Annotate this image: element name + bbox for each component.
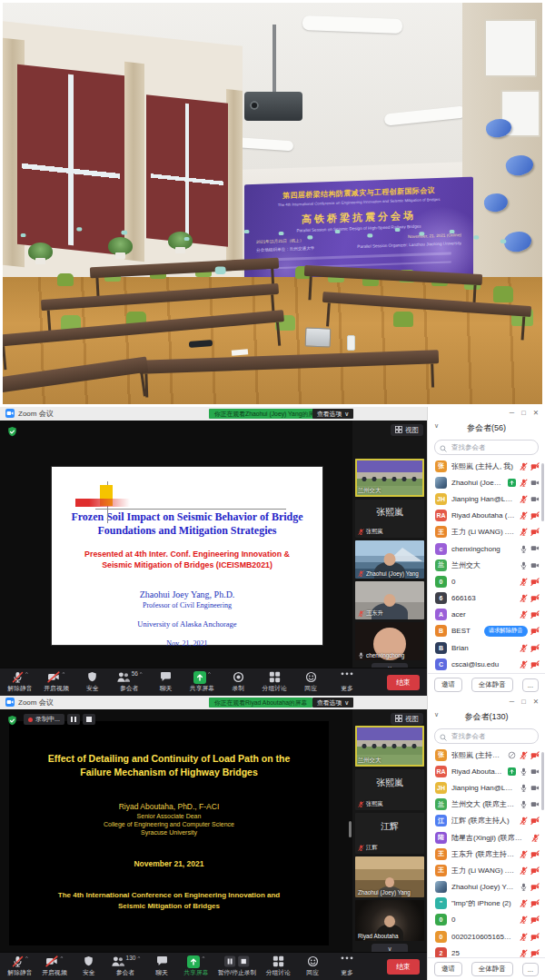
participant-row[interactable]: 王王力 (Li WANG) ...(联席主持人) <box>428 524 545 540</box>
video-tile[interactable]: 江辉江辉 <box>355 813 424 854</box>
participant-row[interactable]: RARiyad Aboutaha (联席主持人) <box>428 508 545 524</box>
close-button[interactable]: ✕ <box>533 409 539 421</box>
participant-row[interactable]: Aacer <box>428 607 545 623</box>
recording-dot-icon <box>28 718 33 722</box>
toolbar-label: 回应 <box>304 684 317 693</box>
participant-row[interactable]: 00 <box>428 912 545 928</box>
mute-all-button[interactable]: 全体静音 <box>471 962 513 976</box>
toolbar-mic-muted[interactable]: ^解除静音 <box>7 671 33 693</box>
camera-icon <box>530 800 540 808</box>
stop-recording-button[interactable] <box>83 714 95 725</box>
toolbar-chat[interactable]: 聊天 <box>154 671 179 693</box>
search-input[interactable] <box>450 442 533 452</box>
pause-recording-button[interactable] <box>67 714 80 725</box>
toolbar-participants[interactable]: 130^参会者 <box>111 955 141 977</box>
maximize-button[interactable]: □ <box>521 698 526 709</box>
screen-share-badge-icon <box>508 767 516 776</box>
invite-button[interactable]: 邀请 <box>434 678 462 692</box>
toolbar-video-muted[interactable]: ^开启视频 <box>44 671 69 693</box>
participant-row[interactable]: RARiyad Aboutaha (联席主持人) <box>428 763 545 779</box>
toolbar-more[interactable]: 更多 <box>334 955 360 977</box>
participant-row[interactable]: ""lmp"的 iPhone (2) <box>428 896 545 912</box>
collapse-panel-button[interactable]: ∨ <box>434 711 439 718</box>
view-button[interactable]: 视图 <box>391 424 423 436</box>
participant-row[interactable]: JHJianping Han@Lan... (联席主持人) <box>428 779 545 796</box>
participant-row[interactable]: 兰兰州交大 (联席主持人) <box>428 797 545 813</box>
toolbar-share-screen[interactable]: ^共享屏幕 <box>183 955 209 977</box>
participant-row[interactable]: 225 <box>428 945 545 957</box>
slide-affiliation: Syracuse University <box>9 829 329 836</box>
video-tile[interactable]: 兰州交大 <box>355 726 424 767</box>
toolbar-video-muted[interactable]: ^开启视频 <box>42 955 67 977</box>
scrollbar[interactable] <box>541 463 544 521</box>
toolbar-mic-muted[interactable]: ^解除静音 <box>7 955 33 977</box>
participant-row[interactable]: Zhaohui (Joey) Yang <box>428 879 545 896</box>
participant-row[interactable]: 陆陆星吉(Xingji) (联席主持人) <box>428 829 545 846</box>
toolbar-pause-stop[interactable]: 暂停/停止录制 <box>218 955 257 977</box>
toolbar-participants[interactable]: 56^参会者 <box>116 671 143 693</box>
toolbar-reactions[interactable]: 回应 <box>300 955 325 977</box>
collapse-strip-button[interactable]: ∨ <box>372 663 408 668</box>
search-input[interactable] <box>450 731 533 741</box>
participant-row[interactable]: 00 <box>428 573 545 589</box>
toolbar-label: 安全 <box>83 968 95 977</box>
toolbar-chat[interactable]: 聊天 <box>149 955 174 977</box>
slide-scrollbar[interactable] <box>349 821 352 837</box>
avatar: 0 <box>435 914 447 926</box>
video-tile[interactable]: 张熙嵐张熙嵐 <box>355 500 424 538</box>
end-meeting-button[interactable]: 结束 <box>387 675 420 690</box>
participant-row[interactable]: cchenxingchong <box>428 540 545 557</box>
maximize-button[interactable]: □ <box>521 409 526 421</box>
invite-button[interactable]: 邀请 <box>434 962 462 976</box>
view-button[interactable]: 视图 <box>391 713 423 725</box>
slide-presented-at: Presented at 4th Inter. Conf. Engineerin… <box>72 549 302 571</box>
participant-row[interactable]: Ccscai@lsu.edu <box>428 656 545 672</box>
toolbar-shield[interactable]: 安全 <box>76 955 102 977</box>
participant-row[interactable]: 兰兰州交大 <box>428 557 545 573</box>
row-status-icons <box>508 767 540 776</box>
mute-all-button[interactable]: 全体静音 <box>471 678 513 692</box>
toolbar-record[interactable]: 录制 <box>225 671 251 693</box>
video-tile[interactable]: 王东升 <box>355 581 424 619</box>
video-tile[interactable]: 张熙嵐张熙嵐 <box>355 769 424 810</box>
tile-name-label: 王东升 <box>358 609 383 618</box>
more-options-button[interactable]: ... <box>522 963 539 976</box>
minimize-button[interactable]: ─ <box>510 698 514 709</box>
participant-row[interactable]: 000202106051651280681942318... <box>428 928 545 945</box>
video-tile[interactable]: Zhaohui (Joey) Yang <box>355 540 424 579</box>
row-status-icons <box>508 479 540 487</box>
chevron-down-icon: ∨ <box>344 699 349 707</box>
video-tile[interactable]: chenxingchong <box>355 622 424 660</box>
toolbar-shield[interactable]: 安全 <box>80 671 105 693</box>
collapse-panel-button[interactable]: ∨ <box>434 422 439 430</box>
participant-row[interactable]: Zhaohui (Joey) Yang <box>428 474 545 490</box>
video-tile[interactable]: Zhaohui (Joey) Yang <box>355 856 424 897</box>
collapse-strip-button[interactable]: ∨ <box>372 944 408 952</box>
view-options-button[interactable]: 查看选项∨ <box>312 698 353 708</box>
participant-row[interactable]: JHJianping Han@Lan... (联席主持人) <box>428 490 545 507</box>
end-meeting-button[interactable]: 结束 <box>387 959 420 975</box>
ask-unmute-button[interactable]: 请求解除静音 <box>484 626 528 637</box>
participant-row[interactable]: BBEST请求解除静音 <box>428 623 545 639</box>
participant-row[interactable]: 王王东升 (联席主持人) <box>428 846 545 862</box>
toolbar-more[interactable]: 更多 <box>334 671 360 693</box>
participant-row[interactable]: 6666163 <box>428 590 545 607</box>
video-tile[interactable]: Riyad Aboutaha <box>355 900 424 941</box>
toolbar-breakout[interactable]: 分组讨论 <box>265 955 291 977</box>
participant-row[interactable]: 张张熙嵐 (主持人, 我) <box>428 747 545 763</box>
mic-muted-icon <box>520 479 528 487</box>
toolbar-breakout[interactable]: 分组讨论 <box>262 671 287 693</box>
more-options-button[interactable]: ... <box>522 678 539 692</box>
toolbar-share-screen[interactable]: ^共享屏幕 <box>189 671 214 693</box>
participant-row[interactable]: BBrian <box>428 639 545 656</box>
scrollbar[interactable] <box>541 752 544 810</box>
participant-row[interactable]: 王王力 (Li WANG) ...(联席主持人) <box>428 862 545 878</box>
minimize-button[interactable]: ─ <box>510 409 514 421</box>
participant-row[interactable]: 江江辉 (联席主持人) <box>428 813 545 829</box>
participant-row[interactable]: 张张熙嵐 (主持人, 我) <box>428 458 545 474</box>
video-tile[interactable]: 兰州交大 <box>355 459 424 497</box>
shared-screen-stage: Frozen Soil Impact on Seismic Behavior o… <box>0 421 352 668</box>
view-options-button[interactable]: 查看选项∨ <box>312 409 353 419</box>
close-button[interactable]: ✕ <box>533 698 539 709</box>
toolbar-reactions[interactable]: 回应 <box>298 671 323 693</box>
